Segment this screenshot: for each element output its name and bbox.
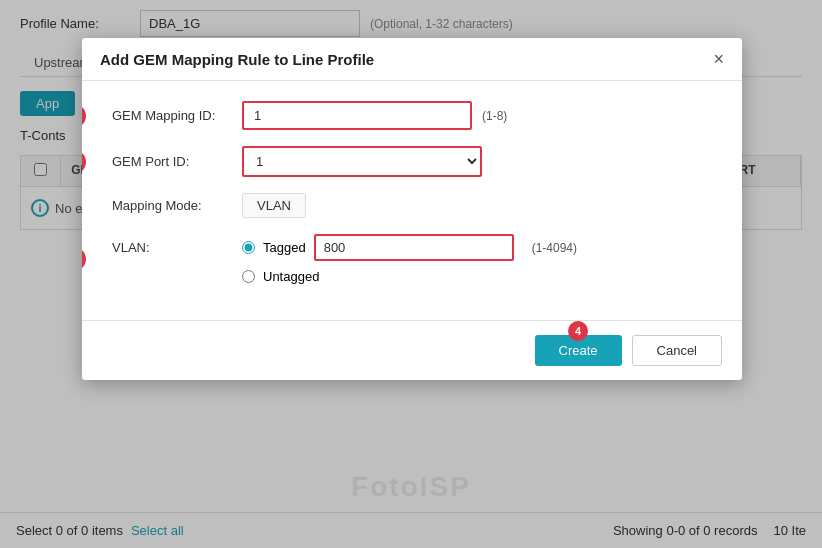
gem-port-id-label: GEM Port ID: — [112, 154, 242, 169]
step-1-badge: 1 — [82, 104, 86, 128]
vlan-tagged-row: Tagged (1-4094) — [242, 234, 577, 261]
step-2-badge: 2 — [82, 150, 86, 174]
gem-port-id-row: 2 GEM Port ID: 1 2 3 4 5 — [112, 146, 712, 177]
gem-mapping-id-hint: (1-8) — [482, 109, 507, 123]
vlan-label: VLAN: — [112, 234, 242, 255]
mapping-mode-label: Mapping Mode: — [112, 198, 242, 213]
modal-header: Add GEM Mapping Rule to Line Profile × — [82, 38, 742, 81]
modal-body: 1 GEM Mapping ID: (1-8) 2 GEM Port ID: 1… — [82, 81, 742, 320]
create-button[interactable]: 4 Create — [535, 335, 622, 366]
gem-mapping-id-input[interactable] — [242, 101, 472, 130]
step-4-badge: 4 — [568, 321, 588, 341]
vlan-tagged-label[interactable]: Tagged — [263, 240, 306, 255]
vlan-untagged-label[interactable]: Untagged — [263, 269, 319, 284]
add-gem-modal: Add GEM Mapping Rule to Line Profile × 1… — [82, 38, 742, 380]
modal-title: Add GEM Mapping Rule to Line Profile — [100, 51, 374, 68]
step-3-badge: 3 — [82, 247, 86, 271]
gem-mapping-id-label: GEM Mapping ID: — [112, 108, 242, 123]
mapping-mode-value: VLAN — [242, 193, 306, 218]
vlan-hint: (1-4094) — [532, 241, 577, 255]
vlan-options: Tagged (1-4094) Untagged — [242, 234, 577, 284]
modal-close-button[interactable]: × — [713, 50, 724, 68]
mapping-mode-row: Mapping Mode: VLAN — [112, 193, 712, 218]
vlan-untagged-radio[interactable] — [242, 270, 255, 283]
gem-mapping-id-row: 1 GEM Mapping ID: (1-8) — [112, 101, 712, 130]
vlan-row: 3 VLAN: Tagged (1-4094) Untagged — [112, 234, 712, 284]
gem-port-id-select[interactable]: 1 2 3 4 5 — [242, 146, 482, 177]
vlan-tagged-radio[interactable] — [242, 241, 255, 254]
vlan-value-input[interactable] — [314, 234, 514, 261]
vlan-untagged-row: Untagged — [242, 269, 577, 284]
cancel-button[interactable]: Cancel — [632, 335, 722, 366]
modal-footer: 4 Create Cancel — [82, 320, 742, 380]
create-button-label: Create — [559, 343, 598, 358]
